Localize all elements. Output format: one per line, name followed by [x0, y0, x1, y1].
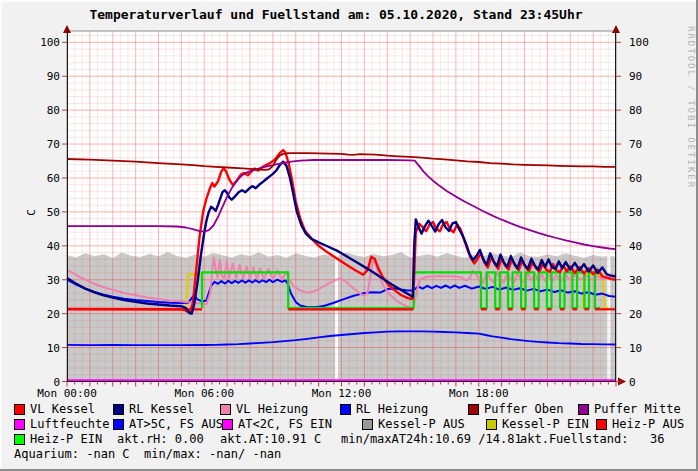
- legend-label: AT<2C, FS EIN: [238, 418, 332, 431]
- legend-label: min/maxAT24h:10.69 /14.81: [341, 433, 522, 446]
- legend-label: RL Kessel: [129, 403, 194, 416]
- y-axis-tick-label: 40: [629, 241, 673, 252]
- legend-label: Puffer Mitte: [594, 403, 681, 416]
- y-axis-arrow-left: [63, 25, 71, 33]
- legend-swatch: [362, 419, 373, 430]
- legend-label: RL Heizung: [356, 403, 428, 416]
- y-axis-tick-label: 60: [629, 173, 673, 184]
- legend-label: Luftfeuchte: [30, 418, 109, 431]
- legend-label: akt.rH: 0.00: [117, 433, 204, 446]
- series-kessel-p-aus-area: [67, 252, 335, 382]
- y-axis-tick-label: 70: [4, 139, 60, 150]
- legend-label: VL Kessel: [30, 403, 95, 416]
- watermark: RRDTOOL / TOBI OETIKER: [686, 26, 696, 189]
- legend-label: Kessel-P EIN: [502, 418, 589, 431]
- y-axis-tick-label: 50: [629, 207, 673, 218]
- legend-label: AT>5C, FS AUS: [129, 418, 223, 431]
- y-axis-tick-label: 0: [629, 377, 673, 388]
- legend-swatch: [113, 419, 124, 430]
- legend-swatch: [468, 404, 479, 415]
- legend-swatch: [596, 419, 607, 430]
- y-axis-tick-label: 20: [629, 309, 673, 320]
- y-axis-tick-label: 10: [629, 343, 673, 354]
- x-axis-tick-label: Mon 12:00: [297, 388, 387, 399]
- y-axis-tick-label: 100: [4, 37, 60, 48]
- y-axis-tick-label: 30: [4, 275, 60, 286]
- legend-label: Heiz-P EIN: [30, 433, 102, 446]
- y-axis-tick-label: 20: [4, 309, 60, 320]
- y-axis-tick-label: 30: [629, 275, 673, 286]
- y-axis-tick-label: 0: [4, 377, 60, 388]
- y-axis-tick-label: 70: [629, 139, 673, 150]
- legend-swatch: [486, 419, 497, 430]
- plot-canvas: [0, 0, 698, 471]
- legend-label: Kessel-P AUS: [378, 418, 465, 431]
- legend-swatch: [14, 419, 25, 430]
- legend-swatch: [14, 404, 25, 415]
- y-axis-tick-label: 10: [4, 343, 60, 354]
- legend-row: VL KesselRL KesselVL HeizungRL HeizungPu…: [0, 403, 698, 417]
- x-axis-tick-label: Mon 06:00: [159, 388, 249, 399]
- legend-label: Heiz-P AUS: [612, 418, 684, 431]
- x-axis-tick-label: Mon 18:00: [434, 388, 524, 399]
- legend-label: Aquarium: -nan C min/max: -nan/ -nan: [14, 448, 281, 461]
- legend-row: Aquarium: -nan C min/max: -nan/ -nan: [0, 448, 698, 462]
- legend-swatch: [578, 404, 589, 415]
- legend-label: Puffer Oben: [484, 403, 563, 416]
- legend-swatch: [14, 434, 25, 445]
- y-axis-tick-label: 40: [4, 241, 60, 252]
- y-axis-tick-label: 80: [629, 105, 673, 116]
- legend-label: akt.AT:10.91 C: [220, 433, 321, 446]
- legend-label: akt.Fuellstand: 36: [520, 433, 665, 446]
- legend-swatch: [222, 419, 233, 430]
- legend-label: VL Heizung: [236, 403, 308, 416]
- y-axis-arrow-right: [612, 25, 620, 33]
- y-axis-tick-label: 90: [629, 71, 673, 82]
- legend-row: Heiz-P EINakt.rH: 0.00akt.AT:10.91 Cmin/…: [0, 433, 698, 447]
- y-axis-tick-label: 100: [629, 37, 673, 48]
- y-axis-tick-label: 80: [4, 105, 60, 116]
- legend-swatch: [113, 404, 124, 415]
- x-axis-tick-label: Mon 00:00: [22, 388, 112, 399]
- legend-swatch: [220, 404, 231, 415]
- y-axis-tick-label: 90: [4, 71, 60, 82]
- y-axis-tick-label: 50: [4, 207, 60, 218]
- rrdtool-graph: Temperaturverlauf und Fuellstand am: 05.…: [0, 0, 698, 471]
- y-axis-tick-label: 60: [4, 173, 60, 184]
- legend-row: LuftfeuchteAT>5C, FS AUSAT<2C, FS EINKes…: [0, 418, 698, 432]
- legend-swatch: [340, 404, 351, 415]
